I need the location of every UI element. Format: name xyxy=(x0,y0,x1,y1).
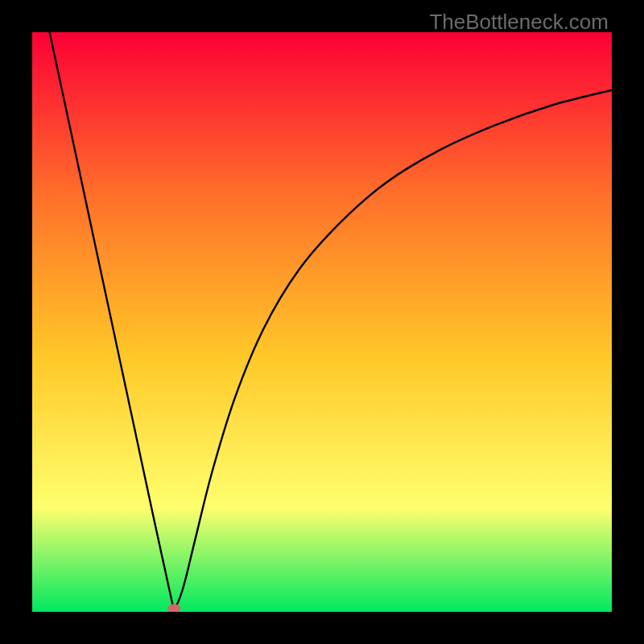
chart-plot xyxy=(32,32,612,612)
chart-frame xyxy=(32,32,612,612)
attribution-text: TheBottleneck.com xyxy=(429,10,609,35)
gradient-background xyxy=(32,32,612,612)
